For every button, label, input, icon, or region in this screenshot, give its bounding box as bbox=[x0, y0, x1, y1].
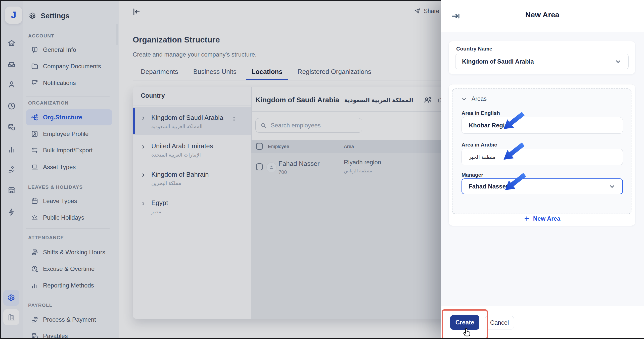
area-arabic-label: Area in Arabic bbox=[462, 142, 497, 148]
chevron-down-icon bbox=[461, 96, 467, 102]
country-name-card: Country Name Kingdom of Saudi Arabia bbox=[448, 41, 635, 74]
area-english-label: Area in English bbox=[462, 110, 500, 116]
chevron-down-icon bbox=[614, 58, 622, 65]
manager-select[interactable]: Fahad Nasser bbox=[462, 178, 623, 194]
cancel-button[interactable]: Cancel bbox=[485, 316, 514, 329]
modal-scrim[interactable] bbox=[0, 0, 441, 339]
areas-card: Areas Area in English Area in Arabic Man… bbox=[448, 84, 635, 226]
drawer-title: New Area bbox=[441, 11, 644, 19]
area-english-field[interactable] bbox=[468, 122, 616, 129]
country-name-select[interactable]: Kingdom of Saudi Arabia bbox=[455, 54, 629, 69]
annotation-arrow-manager bbox=[503, 169, 534, 192]
country-name-label: Country Name bbox=[456, 46, 492, 52]
area-english-input[interactable] bbox=[462, 117, 623, 134]
areas-collapse-toggle[interactable]: Areas bbox=[461, 95, 487, 102]
annotation-arrow-arabic bbox=[501, 138, 533, 161]
area-form-group: Areas Area in English Area in Arabic Man… bbox=[452, 88, 631, 214]
window-frame bbox=[0, 338, 644, 339]
cursor-pointer-icon bbox=[461, 326, 472, 337]
area-arabic-field[interactable] bbox=[468, 154, 616, 160]
add-new-area-button[interactable]: New Area bbox=[449, 215, 635, 222]
manager-label: Manager bbox=[462, 172, 483, 178]
annotation-arrow-english bbox=[501, 108, 533, 131]
plus-icon bbox=[524, 215, 530, 222]
app-window: J Settings ACCOUNT General Info Company … bbox=[0, 0, 644, 339]
drawer-header: New Area bbox=[441, 0, 644, 32]
area-arabic-input[interactable] bbox=[462, 149, 623, 165]
chevron-down-icon bbox=[608, 183, 616, 190]
new-area-drawer: New Area Country Name Kingdom of Saudi A… bbox=[441, 0, 644, 339]
